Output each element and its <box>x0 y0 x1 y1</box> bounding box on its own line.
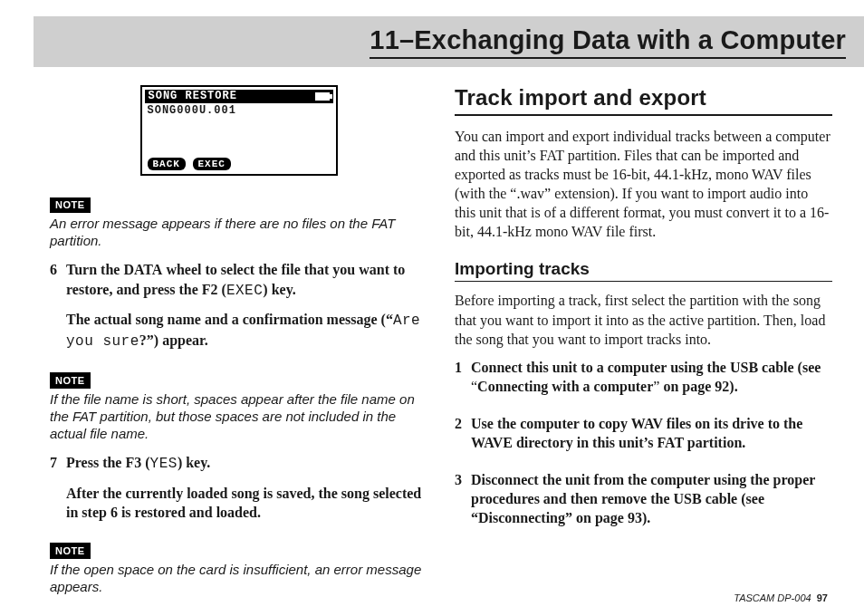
note-label: NOTE <box>50 372 91 389</box>
note-text: If the open space on the card is insuffi… <box>50 561 427 595</box>
step-7-line1: Press the F3 (YES) key. <box>66 453 427 474</box>
step-number: 7 <box>50 453 66 530</box>
left-column: SONG RESTORE SONG000U.001 BACK EXEC NOTE… <box>50 83 427 606</box>
chapter-header: 11–Exchanging Data with a Computer <box>34 16 864 67</box>
lcd-back-button: BACK <box>148 158 186 170</box>
step-3: 3 Disconnect the unit from the computer … <box>455 470 832 536</box>
exec-ref: EXEC <box>226 283 263 299</box>
step-6-line2: The actual song name and a confirmation … <box>66 310 427 351</box>
footer-brand: TASCAM DP-004 <box>734 592 811 603</box>
note-label: NOTE <box>50 197 91 214</box>
page-number: 97 <box>817 592 828 603</box>
note-text: If the file name is short, spaces appear… <box>50 390 427 443</box>
step-3-text: Disconnect the unit from the computer us… <box>471 470 832 527</box>
lcd-filename: SONG000U.001 <box>148 104 236 119</box>
step-7: 7 Press the F3 (YES) key. After the curr… <box>50 453 427 530</box>
section-intro: You can import and export individual tra… <box>455 127 832 242</box>
xref-connecting: Connecting with a computer <box>477 379 653 394</box>
step-number: 6 <box>50 260 66 360</box>
step-1-text: Connect this unit to a computer using th… <box>471 358 832 396</box>
step-2-text: Use the computer to copy WAV files on it… <box>471 414 832 452</box>
lcd-exec-button: EXEC <box>193 158 231 170</box>
battery-icon <box>315 92 330 101</box>
lcd-title: SONG RESTORE <box>149 90 237 104</box>
step-1: 1 Connect this unit to a computer using … <box>455 358 832 405</box>
step-7-line2: After the currently loaded song is saved… <box>66 484 427 522</box>
data-wheel-ref: DATA <box>123 262 162 277</box>
lcd-screenshot: SONG RESTORE SONG000U.001 BACK EXEC <box>140 85 338 176</box>
section-heading: Track import and export <box>455 83 832 116</box>
right-column: Track import and export You can import a… <box>455 83 832 606</box>
subsection-heading: Importing tracks <box>455 257 832 282</box>
step-6-line1: Turn the DATA wheel to select the file t… <box>66 260 427 300</box>
step-number: 3 <box>455 470 471 536</box>
f3-key-ref: F3 <box>125 455 141 470</box>
manual-page: 11–Exchanging Data with a Computer SONG … <box>0 0 864 616</box>
step-2: 2 Use the computer to copy WAV files on … <box>455 414 832 461</box>
note-label: NOTE <box>50 543 91 559</box>
page-footer: TASCAM DP-004 97 <box>734 592 828 603</box>
step-number: 1 <box>455 358 471 405</box>
step-6: 6 Turn the DATA wheel to select the file… <box>50 260 427 360</box>
f2-key-ref: F2 <box>202 282 218 297</box>
chapter-title: 11–Exchanging Data with a Computer <box>370 25 846 59</box>
yes-ref: YES <box>150 456 178 472</box>
step-number: 2 <box>455 414 471 461</box>
note-text: An error message appears if there are no… <box>50 215 427 249</box>
subsection-intro: Before importing a track, first select t… <box>455 291 832 348</box>
